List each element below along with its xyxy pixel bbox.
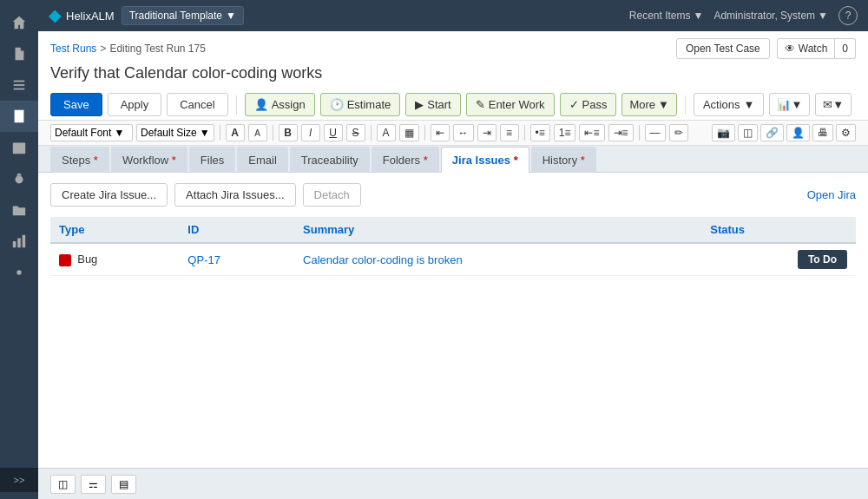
fmt-sep-3 [371, 125, 372, 141]
watch-count: 0 [835, 38, 856, 59]
svg-rect-7 [23, 235, 26, 247]
toolbar-separator-1 [236, 95, 237, 115]
print[interactable]: 🖶 [812, 124, 833, 141]
topbar: ◆ HelixALM Traditional Template ▼ Recent… [38, 0, 868, 31]
format-increase-font[interactable]: A [226, 124, 245, 141]
open-jira-link[interactable]: Open Jira [807, 188, 856, 201]
tab-steps[interactable]: Steps * [50, 147, 109, 173]
attach-jira-issues-button[interactable]: Attach Jira Issues... [174, 183, 295, 207]
tab-traceability[interactable]: Traceability [290, 147, 370, 173]
enter-work-label: Enter Work [489, 98, 545, 111]
sidebar-item-chart[interactable] [0, 226, 38, 257]
assign-button[interactable]: 👤 Assign [245, 93, 315, 116]
insert-link[interactable]: 🔗 [760, 124, 784, 141]
fmt-sep-2 [273, 125, 273, 141]
format-special[interactable]: ✏ [669, 124, 688, 141]
sidebar-item-home[interactable] [0, 7, 38, 38]
template-dropdown-icon: ▼ [226, 10, 236, 22]
create-jira-issue-button[interactable]: Create Jira Issue... [50, 183, 168, 207]
actions-menu-button[interactable]: Actions ▼ [694, 93, 765, 116]
format-underline[interactable]: U [324, 124, 343, 141]
bug-icon [59, 254, 71, 266]
more-button[interactable]: More ▼ [621, 93, 677, 116]
estimate-button[interactable]: 🕑 Estimate [320, 93, 401, 116]
sidebar-item-bug[interactable] [0, 163, 38, 194]
user-menu-link[interactable]: Administrator, System ▼ [713, 10, 828, 22]
align-left[interactable]: ⇤ [431, 124, 450, 141]
open-test-case-button[interactable]: Open Test Case [676, 38, 770, 59]
indent-decrease[interactable]: ⇤≡ [579, 124, 604, 141]
sidebar-item-calendar[interactable] [0, 132, 38, 163]
sidebar-item-settings[interactable] [0, 257, 38, 288]
tab-workflow[interactable]: Workflow * [111, 147, 187, 173]
tab-steps-modified: * [94, 154, 98, 167]
insert-image[interactable]: 📷 [712, 124, 735, 141]
main-content: ◆ HelixALM Traditional Template ▼ Recent… [38, 0, 868, 499]
view-grid-button[interactable]: ◫ [50, 475, 76, 494]
sidebar-item-folder[interactable] [0, 194, 38, 226]
start-button[interactable]: ▶ Start [405, 93, 460, 116]
tab-content-jira: Create Jira Issue... Attach Jira Issues.… [38, 173, 868, 468]
fmt-sep-1 [220, 125, 220, 141]
font-select[interactable]: Default Font ▼ [50, 124, 133, 141]
format-strikethrough[interactable]: S [346, 124, 365, 141]
insert-person[interactable]: 👤 [786, 124, 810, 141]
sidebar-bottom: >> [0, 468, 38, 499]
view-columns-button[interactable]: ⚎ [81, 475, 106, 494]
tab-history[interactable]: History * [531, 147, 596, 173]
align-center[interactable]: ↔ [453, 124, 474, 141]
cell-type: Bug [50, 243, 179, 276]
size-select[interactable]: Default Size ▼ [136, 124, 214, 141]
tab-bar: Steps * Workflow * Files Email Traceabil… [38, 146, 868, 173]
format-color[interactable]: ▦ [399, 124, 419, 141]
accessibility[interactable]: ⚙ [836, 124, 856, 141]
jira-issues-table: Type ID Summary Status Bug QP-17 Calenda… [50, 217, 856, 276]
detach-button[interactable]: Detach [303, 183, 361, 207]
chart-button[interactable]: 📊▼ [769, 93, 810, 116]
insert-table[interactable]: ◫ [738, 124, 758, 141]
svg-rect-6 [17, 238, 21, 247]
sidebar-item-document[interactable] [0, 38, 38, 69]
insert-rule[interactable]: — [645, 124, 666, 141]
format-bold[interactable]: B [279, 124, 298, 141]
indent-increase[interactable]: ⇥≡ [608, 124, 634, 141]
apply-button[interactable]: Apply [108, 93, 162, 116]
format-italic[interactable]: I [301, 124, 320, 141]
fmt-sep-4 [424, 125, 425, 141]
tab-files[interactable]: Files [189, 147, 235, 173]
save-button[interactable]: Save [50, 93, 102, 116]
breadcrumb-actions: Open Test Case 👁 Watch 0 [676, 38, 856, 59]
jira-action-toolbar: Create Jira Issue... Attach Jira Issues.… [50, 183, 856, 207]
pass-button[interactable]: ✓ Pass [560, 93, 617, 116]
cancel-button[interactable]: Cancel [167, 93, 227, 116]
list-unordered[interactable]: •≡ [530, 124, 550, 141]
help-button[interactable]: ? [838, 6, 858, 25]
table-row[interactable]: Bug QP-17 Calendar color-coding is broke… [50, 243, 856, 276]
recent-items-link[interactable]: Recent Items ▼ [629, 10, 704, 22]
summary-link[interactable]: Calendar color-coding is broken [303, 253, 463, 266]
topbar-left: ◆ HelixALM Traditional Template ▼ [49, 6, 244, 25]
email-button[interactable]: ✉▼ [815, 93, 852, 116]
svg-point-8 [16, 270, 21, 274]
sidebar-item-test[interactable] [0, 101, 38, 132]
list-ordered[interactable]: 1≡ [554, 124, 576, 141]
breadcrumb: Test Runs > Editing Test Run 175 [50, 43, 206, 55]
sidebar-item-list[interactable] [0, 69, 38, 101]
align-right[interactable]: ⇥ [477, 124, 496, 141]
tab-folders[interactable]: Folders * [372, 147, 439, 173]
align-justify[interactable]: ≡ [500, 124, 519, 141]
font-dropdown-icon: ▼ [114, 127, 124, 139]
tab-jira-issues[interactable]: Jira Issues * [441, 147, 529, 173]
sidebar-expand-btn[interactable]: >> [0, 468, 38, 492]
format-highlight[interactable]: A [377, 124, 396, 141]
format-decrease-font[interactable]: A [248, 124, 267, 141]
template-selector[interactable]: Traditional Template ▼ [122, 6, 244, 25]
tab-email[interactable]: Email [237, 147, 288, 173]
breadcrumb-link[interactable]: Test Runs [50, 43, 96, 55]
enter-work-button[interactable]: ✎ Enter Work [466, 93, 555, 116]
breadcrumb-separator: > [100, 43, 106, 55]
watch-button[interactable]: 👁 Watch [777, 38, 836, 59]
view-list-button[interactable]: ▤ [111, 475, 136, 494]
svg-rect-1 [14, 84, 25, 86]
user-label: Administrator, System [713, 10, 815, 22]
